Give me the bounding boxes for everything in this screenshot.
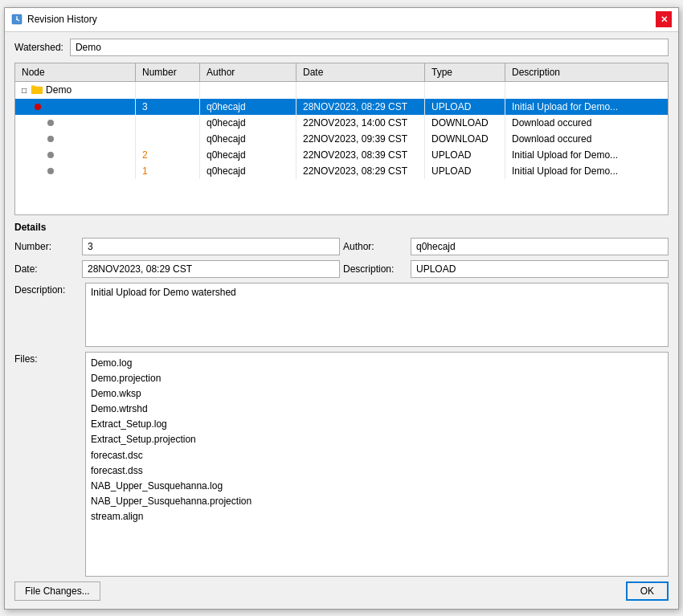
type-cell: DOWNLOAD	[425, 131, 505, 147]
author-cell: q0hecajd	[200, 147, 297, 163]
desc-cell: Download occured	[505, 115, 668, 131]
node-cell: □ Demo	[15, 82, 136, 99]
date-cell: 22NOV2023, 09:39 CST	[297, 131, 425, 147]
details-date-grid: Date: 28NOV2023, 08:29 CST Description: …	[14, 260, 669, 278]
list-item: Demo.projection	[91, 371, 663, 386]
description-long-label: Description:	[14, 283, 79, 347]
number-label: Number:	[14, 238, 79, 255]
desc-cell: Initial Upload for Demo...	[505, 147, 668, 163]
type-cell: UPLOAD	[425, 163, 505, 179]
table-body: □ Demo	[15, 82, 668, 214]
node-cell	[15, 131, 136, 147]
author-cell: q0hecajd	[200, 99, 297, 115]
author-input[interactable]: q0hecajd	[411, 238, 669, 255]
date-cell: 28NOV2023, 08:29 CST	[297, 99, 425, 115]
description-short-label: Description:	[343, 260, 407, 278]
table-row[interactable]: q0hecajd 22NOV2023, 09:39 CST DOWNLOAD D…	[15, 131, 668, 147]
date-cell: 22NOV2023, 08:29 CST	[297, 163, 425, 179]
dialog-icon	[11, 14, 22, 25]
date-cell: 22NOV2023, 08:39 CST	[297, 147, 425, 163]
dot-icon	[47, 120, 54, 126]
date-label: Date:	[14, 260, 79, 278]
number-cell: 3	[136, 99, 200, 115]
dot-icon	[47, 136, 54, 142]
col-description: Description	[505, 63, 668, 81]
list-item: NAB_Upper_Susquehanna.log	[91, 479, 663, 494]
list-item: NAB_Upper_Susquehanna.projection	[91, 494, 663, 509]
date-cell: 22NOV2023, 14:00 CST	[297, 115, 425, 131]
type-cell: UPLOAD	[425, 147, 505, 163]
list-item: Demo.wksp	[91, 386, 663, 402]
node-cell	[15, 115, 136, 131]
list-item: Extract_Setup.log	[91, 417, 663, 432]
details-section: Details Number: 3 Author: q0hecajd Date:…	[14, 222, 669, 602]
col-author: Author	[200, 63, 297, 81]
author-cell: q0hecajd	[200, 115, 297, 131]
dialog-content: Watershed: Demo Node Number Author Date …	[5, 32, 678, 609]
description-long-textarea[interactable]: Initial Upload for Demo watershed	[85, 283, 669, 347]
type-cell: UPLOAD	[425, 99, 505, 115]
svg-rect-4	[31, 87, 43, 94]
desc-cell: Initial Upload for Demo...	[505, 99, 668, 115]
files-label: Files:	[14, 352, 79, 577]
col-date: Date	[297, 63, 425, 81]
watershed-value: Demo	[70, 39, 669, 56]
list-item: Extract_Setup.projection	[91, 432, 663, 447]
col-type: Type	[425, 63, 505, 81]
table-row[interactable]: 1 q0hecajd 22NOV2023, 08:29 CST UPLOAD I…	[15, 163, 668, 179]
number-cell	[136, 115, 200, 131]
node-cell	[15, 147, 136, 163]
list-item: stream.align	[91, 509, 663, 524]
author-cell	[200, 82, 297, 99]
collapse-icon: □	[22, 86, 27, 95]
revision-history-dialog: Revision History ✕ Watershed: Demo Node …	[4, 7, 679, 610]
desc-cell: Initial Upload for Demo...	[505, 163, 668, 179]
col-node: Node	[15, 63, 136, 81]
date-cell	[297, 82, 425, 99]
number-cell: 2	[136, 147, 200, 163]
number-cell: 1	[136, 163, 200, 179]
date-input[interactable]: 28NOV2023, 08:29 CST	[82, 260, 340, 278]
description-long-row: Description: Initial Upload for Demo wat…	[14, 283, 669, 347]
list-item: Demo.log	[91, 356, 663, 371]
list-item: forecast.dsc	[91, 448, 663, 463]
title-bar: Revision History ✕	[5, 8, 678, 32]
svg-point-3	[16, 18, 18, 20]
dot-icon	[35, 104, 41, 110]
file-changes-button[interactable]: File Changes...	[14, 581, 100, 601]
table-row[interactable]: 2 q0hecajd 22NOV2023, 08:39 CST UPLOAD I…	[15, 147, 668, 163]
col-number: Number	[136, 63, 200, 81]
author-label: Author:	[343, 238, 407, 255]
table-header: Node Number Author Date Type Description	[15, 63, 668, 82]
desc-cell	[505, 82, 668, 99]
author-cell: q0hecajd	[200, 131, 297, 147]
bottom-bar: File Changes... OK	[14, 577, 669, 602]
type-cell	[425, 82, 505, 99]
number-cell	[136, 82, 200, 99]
dialog-title: Revision History	[27, 14, 97, 25]
title-bar-left: Revision History	[11, 14, 97, 25]
number-input[interactable]: 3	[82, 238, 340, 255]
details-grid: Number: 3 Author: q0hecajd	[14, 238, 669, 255]
table-row[interactable]: q0hecajd 22NOV2023, 14:00 CST DOWNLOAD D…	[15, 115, 668, 131]
watershed-label: Watershed:	[14, 42, 63, 53]
type-cell: DOWNLOAD	[425, 115, 505, 131]
number-cell	[136, 131, 200, 147]
node-cell	[15, 99, 136, 115]
table-row[interactable]: 3 q0hecajd 28NOV2023, 08:29 CST UPLOAD I…	[15, 99, 668, 115]
description-short-input[interactable]: UPLOAD	[411, 260, 669, 278]
files-list: Demo.log Demo.projection Demo.wksp Demo.…	[85, 352, 669, 577]
dot-icon	[47, 152, 54, 158]
dot-icon	[47, 168, 54, 174]
files-row: Files: Demo.log Demo.projection Demo.wks…	[14, 352, 669, 577]
desc-cell: Download occured	[505, 131, 668, 147]
table-row[interactable]: □ Demo	[15, 82, 668, 99]
watershed-row: Watershed: Demo	[14, 39, 669, 56]
node-cell	[15, 163, 136, 179]
author-cell: q0hecajd	[200, 163, 297, 179]
svg-rect-6	[31, 85, 35, 88]
details-title: Details	[14, 222, 669, 233]
close-button[interactable]: ✕	[656, 11, 672, 27]
node-label: Demo	[46, 84, 72, 96]
ok-button[interactable]: OK	[626, 581, 669, 601]
